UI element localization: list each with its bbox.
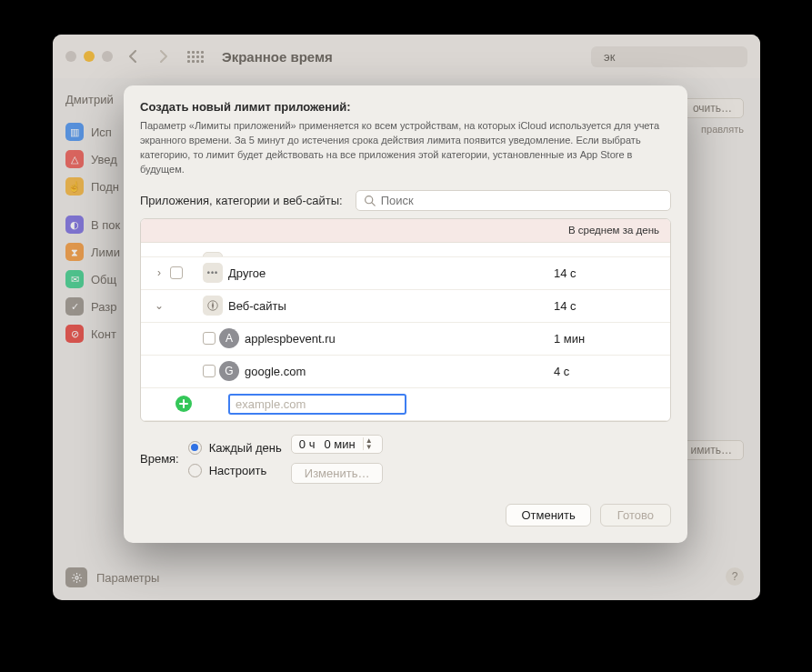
search-icon: [364, 195, 376, 206]
list-label: Приложения, категории и веб-сайты:: [140, 194, 343, 207]
site-letter-icon: A: [219, 328, 239, 348]
checkbox[interactable]: [203, 365, 216, 377]
done-button: Готово: [600, 504, 671, 527]
column-header-average: В среднем за день: [141, 219, 670, 243]
modal-search-input[interactable]: [381, 194, 663, 207]
category-row-websites[interactable]: ⌄ Веб-сайты 14 с: [141, 290, 670, 323]
radio-custom[interactable]: [188, 464, 202, 477]
site-row-1[interactable]: A applespbevent.ru 1 мин: [141, 323, 670, 356]
app-limit-modal: Создать новый лимит приложений: Параметр…: [124, 85, 687, 543]
app-list: В среднем за день ✈ Путешествия 0 с › ••…: [140, 218, 671, 422]
site-letter-icon: G: [219, 361, 239, 381]
radio-custom-label: Настроить: [209, 464, 267, 477]
modal-description: Параметр «Лимиты приложений» применяется…: [140, 119, 671, 177]
hours-value[interactable]: 0 ч: [296, 437, 319, 451]
site-row-2[interactable]: G google.com 4 с: [141, 356, 670, 388]
other-icon: •••: [203, 263, 223, 283]
expand-icon[interactable]: ›: [148, 266, 170, 279]
checkbox[interactable]: [170, 266, 183, 279]
minutes-value[interactable]: 0 мин: [320, 437, 358, 451]
cancel-button[interactable]: Отменить: [506, 504, 590, 527]
collapse-icon[interactable]: ⌄: [148, 299, 170, 312]
category-row-other[interactable]: › ••• Другое 14 с: [141, 257, 670, 290]
edit-button: Изменить…: [291, 463, 384, 484]
time-label: Время:: [140, 452, 179, 466]
add-site-input[interactable]: [228, 394, 406, 415]
compass-icon: [203, 296, 223, 316]
add-site-row: [141, 388, 670, 421]
svg-line-4: [372, 203, 375, 206]
add-site-button[interactable]: [175, 396, 192, 412]
category-row-travel[interactable]: ✈ Путешествия 0 с: [141, 243, 670, 257]
radio-daily-label: Каждый день: [209, 441, 282, 455]
time-stepper[interactable]: 0 ч 0 мин ▲▼: [291, 435, 384, 454]
modal-search[interactable]: [356, 190, 671, 211]
radio-daily[interactable]: [188, 441, 202, 455]
modal-title: Создать новый лимит приложений:: [140, 100, 671, 114]
checkbox[interactable]: [203, 332, 216, 345]
stepper-arrows[interactable]: ▲▼: [363, 437, 375, 450]
